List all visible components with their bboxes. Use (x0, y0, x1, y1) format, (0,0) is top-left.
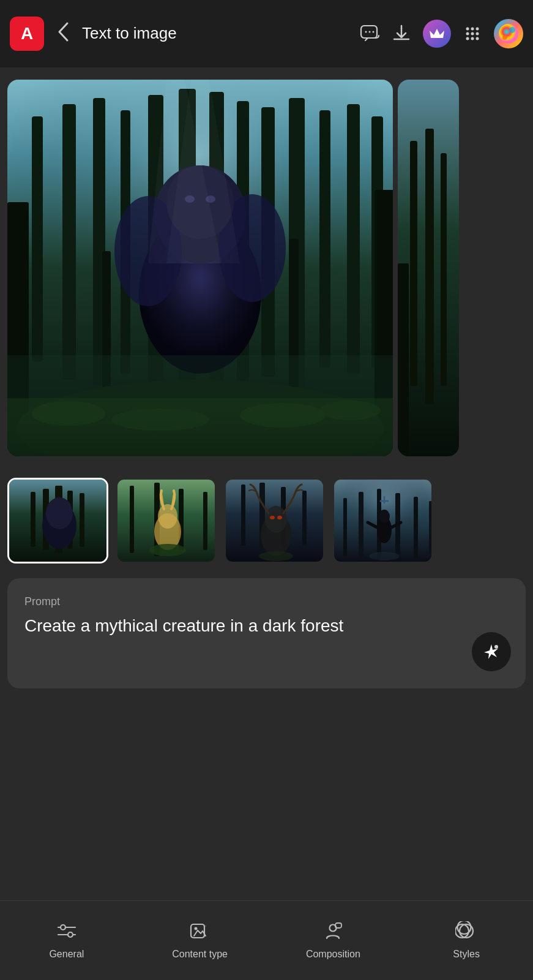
svg-point-7 (466, 32, 469, 36)
svg-point-14 (509, 27, 515, 33)
content-type-icon (189, 921, 211, 944)
grid-button[interactable] (462, 23, 483, 44)
sliders-icon (56, 921, 78, 944)
main-image[interactable] (7, 80, 393, 456)
thumbnail-2[interactable] (116, 478, 217, 564)
thumbnail-4[interactable] (332, 478, 433, 564)
back-button[interactable] (51, 16, 75, 51)
chat-button[interactable] (359, 23, 380, 44)
prompt-text: Create a mythical creature in a dark for… (24, 614, 511, 638)
svg-point-13 (499, 24, 518, 43)
toolbar-composition[interactable]: Composition (267, 901, 400, 980)
svg-rect-61 (80, 493, 84, 547)
svg-point-6 (476, 28, 479, 31)
crown-button[interactable] (423, 20, 451, 48)
toolbar-styles[interactable]: Styles (400, 901, 533, 980)
content-type-label: Content type (172, 949, 228, 960)
general-label: General (49, 949, 84, 960)
svg-point-96 (61, 925, 65, 930)
svg-point-5 (471, 28, 474, 31)
toolbar-general[interactable]: General (0, 901, 133, 980)
svg-point-80 (277, 516, 282, 519)
styles-label: Styles (453, 949, 480, 960)
svg-point-97 (68, 932, 73, 937)
composition-label: Composition (306, 949, 360, 960)
thumbnail-3[interactable] (224, 478, 325, 564)
svg-point-15 (502, 35, 507, 40)
svg-rect-48 (7, 355, 393, 456)
page-title: Text to image (82, 24, 352, 43)
svg-point-99 (194, 927, 197, 930)
svg-point-71 (149, 544, 186, 556)
svg-point-78 (265, 506, 287, 533)
svg-point-1 (365, 31, 367, 33)
prompt-label: Prompt (24, 595, 511, 608)
svg-rect-67 (179, 489, 184, 550)
svg-rect-76 (302, 491, 307, 546)
bottom-toolbar: General Content type Composition (0, 900, 533, 980)
header: A Text to image (0, 0, 533, 67)
avatar-button[interactable] (494, 19, 523, 48)
svg-rect-29 (347, 104, 360, 374)
svg-rect-18 (32, 116, 43, 361)
svg-rect-52 (410, 141, 417, 386)
svg-point-10 (466, 37, 469, 40)
generate-button[interactable] (472, 632, 511, 671)
side-image[interactable] (398, 80, 459, 456)
svg-rect-88 (414, 497, 418, 558)
svg-point-63 (46, 497, 73, 529)
styles-icon (455, 921, 477, 944)
svg-rect-89 (429, 501, 433, 556)
composition-icon (322, 921, 344, 944)
svg-rect-28 (319, 110, 330, 368)
svg-rect-101 (335, 923, 341, 928)
svg-rect-19 (62, 104, 76, 380)
thumbnail-1[interactable] (7, 478, 108, 564)
svg-point-104 (458, 921, 471, 934)
svg-rect-57 (31, 492, 35, 547)
svg-rect-85 (359, 492, 363, 559)
svg-rect-73 (241, 484, 245, 546)
svg-point-79 (270, 516, 275, 519)
main-image-area (0, 67, 533, 466)
svg-point-81 (259, 551, 293, 561)
svg-rect-84 (343, 498, 347, 556)
svg-point-92 (369, 552, 400, 560)
svg-point-93 (494, 645, 498, 649)
prompt-area: Prompt Create a mythical creature in a d… (7, 578, 526, 688)
svg-point-11 (471, 37, 474, 40)
svg-rect-53 (425, 129, 434, 404)
svg-point-9 (476, 32, 479, 36)
svg-rect-65 (130, 486, 134, 553)
svg-point-2 (369, 31, 371, 33)
adobe-logo[interactable]: A (10, 17, 44, 51)
svg-rect-54 (441, 153, 447, 386)
svg-point-70 (158, 504, 177, 529)
svg-point-3 (373, 31, 375, 33)
svg-rect-68 (203, 492, 207, 550)
thumbnails-row (0, 466, 533, 564)
svg-point-8 (471, 32, 474, 36)
download-button[interactable] (391, 23, 412, 44)
header-icons (359, 19, 523, 48)
toolbar-content-type[interactable]: Content type (133, 901, 267, 980)
svg-point-4 (466, 28, 469, 31)
svg-rect-55 (398, 263, 409, 456)
svg-point-12 (476, 37, 479, 40)
svg-point-91 (379, 510, 390, 523)
